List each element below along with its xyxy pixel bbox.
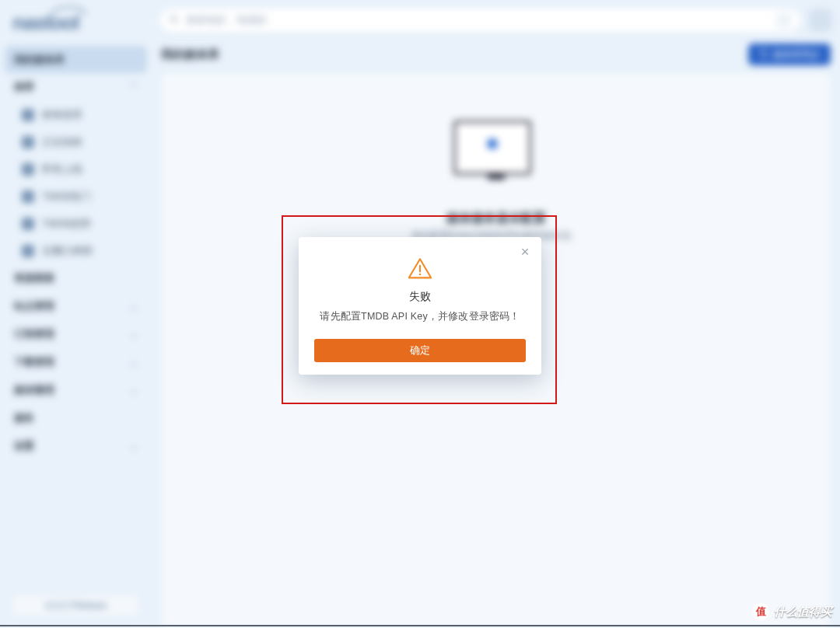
sidebar-group-media-organize[interactable]: 媒体整理 ⌄ [5,376,147,404]
shortcut-badge [776,12,792,28]
star-icon [22,245,34,257]
sidebar: nastool 我的媒体库 推荐 ⌃ 榜单推荐 正在热映 即将上线 TMDB热门… [0,0,152,628]
film-icon [22,136,34,148]
chevron-down-icon: ⌄ [130,385,138,396]
search-icon [169,14,180,27]
sidebar-item-upcoming[interactable]: 即将上线 [5,155,147,183]
chevron-up-icon: ⌃ [130,82,138,92]
chevron-down-icon: ⌄ [130,357,138,368]
watermark-text: 什么值得买 [774,605,832,619]
page-header: 我的媒体库 媒体库同步 [152,36,840,73]
watermark-badge: 值 [752,603,769,620]
user-avatar[interactable] [809,9,832,32]
trend-icon [22,218,34,230]
sidebar-item-my-library[interactable]: 我的媒体库 [5,46,147,73]
sidebar-item-now-playing[interactable]: 正在热映 [5,128,147,155]
modal-ok-button[interactable]: 确定 [314,339,526,362]
sidebar-group-sites[interactable]: 站点管理 ⌄ [5,292,147,320]
sidebar-item-label: 服务 [14,411,34,425]
sidebar-item-label: 即将上线 [42,162,82,176]
modal-message: 请先配置TMDB API Key，并修改登录密码！ [299,310,541,339]
topbar: 搜索电影、电视剧 [152,0,840,36]
sidebar-item-label: 我的媒体库 [14,53,65,67]
close-icon: × [521,244,530,260]
sidebar-item-label: 资源搜索 [14,271,54,285]
sidebar-item-tmdb-hot[interactable]: TMDB热门 [5,183,147,210]
sidebar-group-subscribe[interactable]: 订阅管理 ⌄ [5,320,147,348]
empty-title: 媒体服务器未配置 [446,211,546,227]
sidebar-item-label: 正在热映 [42,135,82,149]
svg-line-1 [176,20,178,23]
sidebar-item-label: TMDB趋势 [42,217,91,231]
sidebar-group-settings[interactable]: 设置 ⌄ [5,432,147,460]
chevron-down-icon: ⌄ [130,441,138,452]
sidebar-group-label: 站点管理 [14,299,54,313]
empty-illustration [453,120,539,187]
fire-icon [22,190,34,203]
svg-point-0 [170,15,177,21]
version-button[interactable]: v2.8.3 Release [11,594,141,617]
sidebar-item-ranking[interactable]: 榜单推荐 [5,101,147,128]
modal-title: 失败 [299,290,541,304]
button-label: 媒体库同步 [773,48,820,61]
page-title: 我的媒体库 [161,47,219,62]
error-modal: × 失败 请先配置TMDB API Key，并修改登录密码！ 确定 [299,237,541,375]
chevron-down-icon: ⌄ [130,301,138,312]
sidebar-group-label: 设置 [14,439,34,453]
refresh-icon [759,49,768,61]
sidebar-item-tmdb-trending[interactable]: TMDB趋势 [5,210,147,237]
warning-icon [407,256,433,282]
chevron-down-icon: ⌄ [130,329,138,340]
sidebar-footer: v2.8.3 Release [5,588,147,623]
sidebar-group-label: 推荐 [14,80,34,94]
sync-library-button[interactable]: 媒体库同步 [748,44,831,65]
logo: nastool [5,5,147,46]
modal-close-button[interactable]: × [516,243,534,260]
sidebar-item-label: 榜单推荐 [42,108,82,122]
calendar-icon [22,163,34,176]
sidebar-group-download[interactable]: 下载管理 ⌄ [5,348,147,376]
sidebar-group-recommend[interactable]: 推荐 ⌃ [5,73,147,101]
sidebar-item-label: TMDB热门 [42,190,91,204]
search-placeholder: 搜索电影、电视剧 [186,13,267,27]
list-icon [22,109,34,121]
button-label: 确定 [410,344,430,358]
sidebar-item-services[interactable]: 服务 [5,404,147,432]
watermark: 值 什么值得买 [752,603,832,620]
sidebar-group-label: 订阅管理 [14,327,54,341]
version-label: v2.8.3 Release [44,600,107,611]
sidebar-group-label: 下载管理 [14,355,54,369]
svg-point-3 [419,274,422,276]
search-input[interactable]: 搜索电影、电视剧 [159,8,801,33]
sidebar-item-label: 豆瓣口碑榜 [42,244,93,258]
bottom-bar [0,625,840,626]
sidebar-group-label: 媒体整理 [14,383,54,397]
sidebar-item-search[interactable]: 资源搜索 [5,264,147,292]
sidebar-item-douban[interactable]: 豆瓣口碑榜 [5,237,147,264]
